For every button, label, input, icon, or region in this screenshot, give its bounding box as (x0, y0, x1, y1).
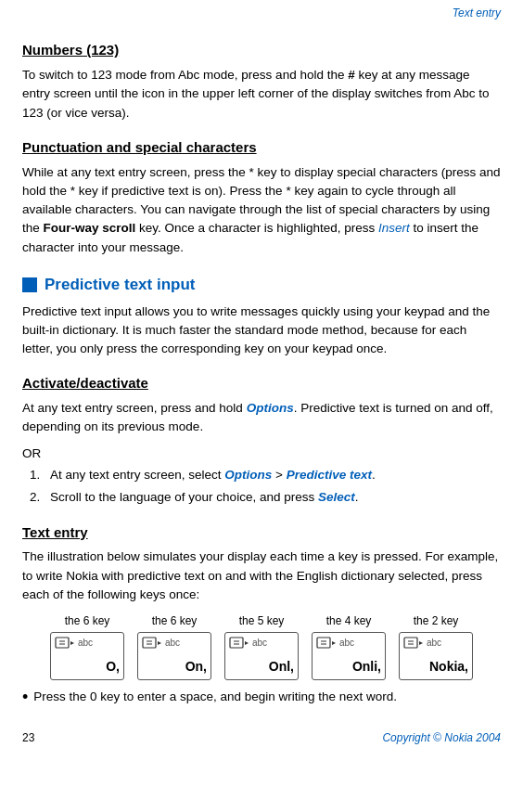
key-box-2: abc On, (137, 632, 211, 680)
predictive-title: Predictive text input (45, 274, 195, 297)
activate-section: Activate/deactivate At any text entry sc… (22, 373, 501, 507)
numbers-body: To switch to 123 mode from Abc mode, pre… (22, 66, 501, 122)
header-label: Text entry (453, 6, 501, 19)
punctuation-body: While at any text entry screen, press th… (22, 163, 501, 257)
svg-marker-11 (245, 641, 249, 645)
svg-rect-16 (404, 638, 417, 648)
activate-body: At any text entry screen, press and hold… (22, 399, 501, 437)
key-box-4: abc Onli, (312, 632, 386, 680)
predictive-body: Predictive text input allows you to writ… (22, 303, 501, 359)
keys-row: the 6 key abc O, the 6 key (22, 613, 501, 680)
list-item-2: 2. Scroll to the language of your choice… (22, 488, 501, 507)
key-icon-5 (403, 636, 424, 651)
text-entry-title: Text entry (22, 522, 501, 543)
text-entry-body: The illustration below simulates your di… (22, 548, 501, 604)
svg-rect-8 (230, 638, 243, 648)
page-footer: 23 Copyright © Nokia 2004 (22, 730, 501, 746)
key-icon-3 (229, 636, 249, 651)
svg-marker-3 (70, 641, 74, 645)
key-icon-2 (142, 636, 162, 651)
predictive-square-icon (22, 277, 37, 292)
footer-page-number: 23 (22, 730, 34, 746)
bullet-item: • Press the 0 key to enter a space, and … (22, 688, 501, 708)
key-box-1: abc O, (50, 632, 124, 680)
svg-rect-4 (143, 638, 156, 648)
punctuation-title: Punctuation and special characters (22, 137, 501, 158)
text-entry-section: Text entry The illustration below simula… (22, 522, 501, 708)
key-icon-4 (316, 636, 337, 651)
key-item-2: the 6 key abc On, (137, 613, 211, 680)
page-header: Text entry (22, 0, 501, 25)
key-box-3: abc Onl, (224, 632, 299, 680)
svg-marker-19 (419, 641, 423, 645)
list-item-1: 1. At any text entry screen, select Opti… (22, 466, 501, 484)
svg-marker-15 (332, 641, 336, 645)
svg-marker-7 (158, 641, 161, 645)
bullet-text: Press the 0 key to enter a space, and be… (33, 688, 397, 708)
numbers-section: Numbers (123) To switch to 123 mode from… (22, 40, 501, 122)
key-box-5: abc Nokia, (399, 632, 473, 680)
activate-title: Activate/deactivate (22, 373, 501, 393)
svg-rect-12 (317, 638, 330, 648)
bullet-icon: • (22, 688, 28, 708)
or-text: OR (22, 445, 501, 463)
punctuation-section: Punctuation and special characters While… (22, 137, 501, 257)
numbers-title: Numbers (123) (22, 40, 501, 60)
svg-rect-0 (56, 638, 69, 648)
key-icon-1 (55, 636, 75, 651)
key-item-1: the 6 key abc O, (50, 613, 124, 680)
footer-copyright: Copyright © Nokia 2004 (382, 730, 501, 746)
key-item-4: the 4 key abc Onli, (312, 613, 386, 680)
predictive-header: Predictive text input (22, 274, 501, 297)
key-item-3: the 5 key abc Onl, (224, 613, 299, 680)
key-item-5: the 2 key abc Nokia, (399, 613, 473, 680)
